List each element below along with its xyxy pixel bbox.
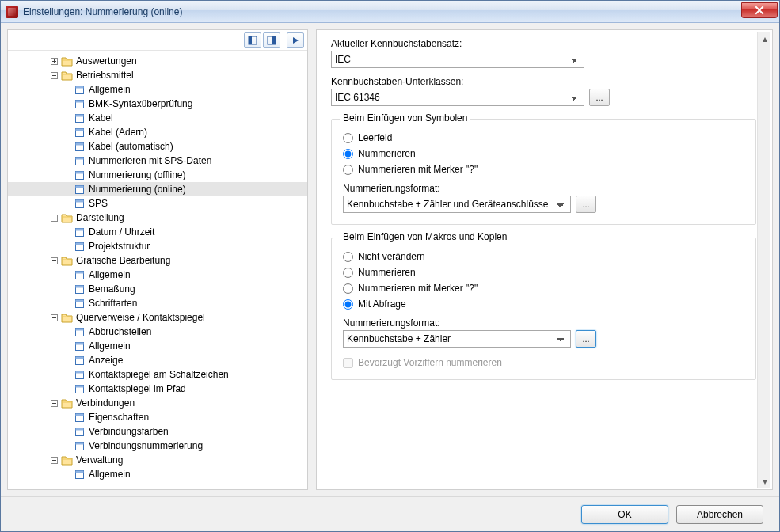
tree-scroll[interactable]: AuswertungenBetriebsmittelAllgemeinBMK-S… [8, 51, 307, 489]
svg-rect-1 [249, 36, 252, 44]
tree-node[interactable]: Anzeige [8, 353, 307, 367]
collapse-icon[interactable] [49, 313, 59, 322]
tree-node[interactable]: Abbruchstellen [8, 325, 307, 339]
svg-rect-15 [75, 142, 83, 145]
subclass-select[interactable]: IEC 61346 [331, 89, 584, 106]
tree-node[interactable]: Nummerierung (online) [8, 182, 307, 196]
tree-node-label: Verbindungsfarben [89, 426, 169, 437]
tree-node-label: Anzeige [89, 355, 123, 366]
format1-select[interactable]: Kennbuchstabe + Zähler und Geräteanschlü… [343, 196, 571, 213]
tree-node[interactable]: Eigenschaften [8, 410, 307, 424]
expand-right-button[interactable] [263, 32, 280, 48]
tree-node[interactable]: Darstellung [8, 211, 307, 225]
tree-node[interactable]: Betriebsmittel [8, 68, 307, 82]
group-insert-symbols-legend: Beim Einfügen von Symbolen [340, 112, 470, 124]
page-icon [73, 141, 86, 152]
app-icon [6, 6, 18, 18]
tree-node[interactable]: Kontaktspiegel im Pfad [8, 382, 307, 396]
tree-node[interactable]: Schriftarten [8, 296, 307, 310]
collapse-icon[interactable] [49, 70, 59, 80]
tree-node-label: Datum / Uhrzeit [89, 226, 154, 238]
tree-node[interactable]: Grafische Bearbeitung [8, 253, 307, 268]
tree-node[interactable]: Allgemein [8, 82, 307, 97]
collapse-icon[interactable] [49, 256, 59, 265]
ok-button[interactable]: OK [581, 505, 668, 524]
charset-select[interactable]: IEC [331, 51, 584, 68]
svg-rect-17 [75, 157, 83, 159]
folder-icon [60, 454, 73, 466]
tree-node[interactable]: Kabel (Adern) [8, 125, 307, 139]
tree-node[interactable]: Kabel [8, 111, 307, 125]
tree-node[interactable]: Nummerieren mit SPS-Daten [8, 154, 307, 168]
format2-select[interactable]: Kennbuchstabe + Zähler [343, 330, 571, 348]
tree-node-label: Auswertungen [76, 55, 137, 66]
tree-node[interactable]: BMK-Syntaxüberprüfung [8, 97, 307, 111]
radio-number[interactable] [343, 149, 353, 159]
tree-node[interactable]: Auswertungen [8, 54, 307, 68]
tree-node[interactable]: Allgemein [8, 339, 307, 353]
tree-node[interactable]: Querverweise / Kontaktspiegel [8, 310, 307, 325]
tree-node-label: Verbindungen [76, 397, 135, 408]
page-icon [73, 469, 86, 480]
cancel-button[interactable]: Abbrechen [676, 505, 763, 524]
page-icon [73, 169, 86, 180]
folder-icon [60, 70, 73, 81]
tree-node-label: Bemaßung [89, 283, 135, 294]
svg-rect-46 [75, 385, 83, 387]
group-insert-symbols: Beim Einfügen von Symbolen Leerfeld Numm… [331, 119, 756, 225]
tree-node[interactable]: Nummerierung (offline) [8, 168, 307, 182]
svg-rect-21 [75, 185, 83, 188]
tree-node[interactable]: Allgemein [8, 268, 307, 282]
tree-node[interactable]: Verwaltung [8, 453, 307, 467]
tree-node[interactable]: Datum / Uhrzeit [8, 225, 307, 239]
radio-empty-field-label: Leerfeld [358, 132, 392, 143]
radio-number-marker2[interactable] [343, 283, 353, 294]
expand-left-button[interactable] [244, 32, 261, 48]
tree-node[interactable]: Verbindungsfarben [8, 424, 307, 439]
tree-node[interactable]: Verbindungsnummerierung [8, 439, 307, 453]
radio-keep[interactable] [343, 252, 353, 262]
tree-node[interactable]: Projektstruktur [8, 239, 307, 253]
collapse-icon[interactable] [49, 398, 59, 408]
form-scroll[interactable]: Aktueller Kennbuchstabensatz: IEC Kennbu… [317, 30, 772, 489]
svg-rect-7 [75, 86, 83, 88]
dialog-footer: OK Abbrechen [1, 496, 779, 531]
page-icon [73, 355, 86, 366]
radio-number-marker2-label: Nummerieren mit Merker "?" [358, 283, 478, 294]
page-icon [73, 440, 86, 451]
play-button[interactable] [287, 32, 304, 48]
form-panel: Aktueller Kennbuchstabensatz: IEC Kennbu… [316, 29, 773, 490]
form-scrollbar[interactable]: ▴ ▾ [757, 32, 770, 488]
tree-node-label: SPS [89, 198, 108, 209]
expand-icon[interactable] [49, 56, 59, 66]
page-icon [73, 155, 86, 166]
page-icon [73, 340, 86, 352]
close-button[interactable] [741, 2, 778, 18]
tree-node[interactable]: Verbindungen [8, 396, 307, 410]
tree-node-label: Allgemein [89, 469, 131, 480]
folder-icon [60, 212, 73, 223]
tree-node-label: Abbruchstellen [89, 326, 151, 337]
radio-number-marker-label: Nummerieren mit Merker "?" [358, 164, 478, 175]
subclass-browse-button[interactable]: ... [589, 89, 610, 106]
tree-node-label: Kabel (automatisch) [89, 141, 173, 152]
radio-number-marker[interactable] [343, 165, 353, 175]
collapse-icon[interactable] [49, 455, 59, 465]
tree-node-label: Darstellung [76, 212, 124, 223]
tree-node[interactable]: Kontaktspiegel am Schaltzeichen [8, 367, 307, 382]
tree-node[interactable]: SPS [8, 196, 307, 211]
tree-node[interactable]: Kabel (automatisch) [8, 139, 307, 154]
collapse-icon[interactable] [49, 213, 59, 222]
tree-node[interactable]: Bemaßung [8, 282, 307, 296]
tree-node-label: BMK-Syntaxüberprüfung [89, 98, 192, 109]
radio-number2[interactable] [343, 268, 353, 278]
charset-label: Aktueller Kennbuchstabensatz: [331, 38, 756, 49]
radio-prompt[interactable] [343, 299, 353, 310]
scroll-down-icon: ▾ [758, 474, 771, 488]
format1-browse-button[interactable]: ... [576, 196, 596, 213]
radio-empty-field[interactable] [343, 133, 353, 143]
svg-rect-38 [75, 328, 83, 330]
format2-browse-button[interactable]: ... [576, 330, 596, 348]
tree-node[interactable]: Allgemein [8, 467, 307, 481]
folder-icon [60, 312, 73, 323]
